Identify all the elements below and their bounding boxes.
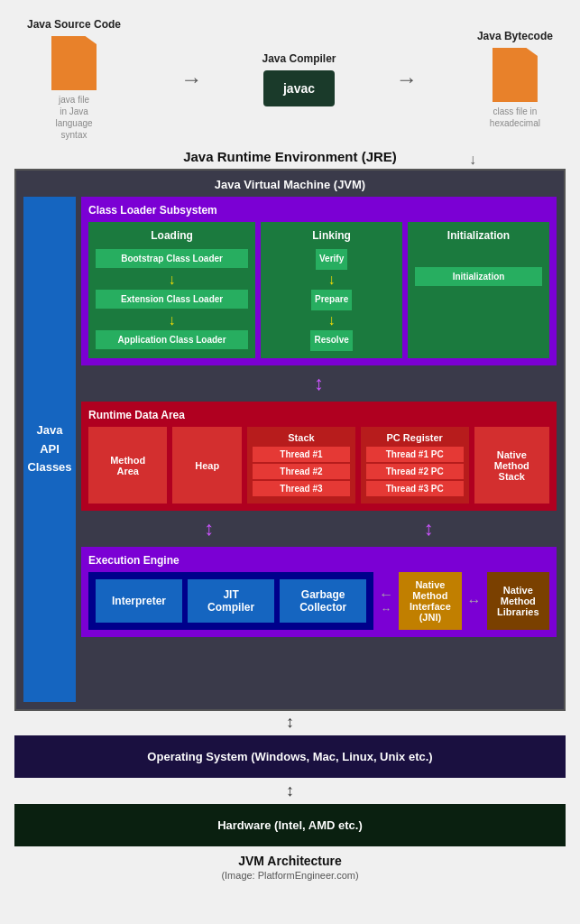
source-code-item: Java Source Code java filein Javalanguag…: [27, 18, 121, 141]
method-area: MethodArea: [88, 427, 167, 504]
heap-label: Heap: [195, 460, 219, 471]
bootstrap-loader: Bootstrap Class Loader: [96, 249, 248, 268]
compiler-box: javac: [263, 70, 335, 106]
init-title: Initialization: [447, 229, 510, 242]
execution-engine: Execution Engine Interpreter JITCompiler…: [81, 547, 557, 637]
init-box: Initialization: [415, 267, 542, 286]
jvm-box: Java Virtual Machine (JVM) JavaAPIClasse…: [14, 169, 566, 711]
gc-label: GarbageCollector: [299, 588, 346, 614]
bytecode-doc-icon: [493, 48, 538, 102]
extension-loader: Extension Class Loader: [96, 290, 248, 309]
exec-inner: Interpreter JITCompiler GarbageCollector…: [88, 572, 549, 630]
cls-linking: Linking Verify ↓ Prepare ↓ Resolve: [261, 222, 402, 358]
arrow-to-compiler: →: [180, 67, 202, 92]
arrow-exec-native2: ↔: [381, 603, 391, 615]
thread2-pc: Thread #2 PC: [366, 464, 464, 479]
os-section: Operating System (Windows, Mac, Linux, U…: [14, 735, 566, 778]
java-api-label: JavaAPIClasses: [27, 421, 71, 477]
caption-sub: (Image: PlatformEngineer.com): [9, 870, 571, 881]
thread3: Thread #3: [253, 481, 350, 496]
pc-title: PC Register: [366, 432, 464, 443]
exec-left-box: Interpreter JITCompiler GarbageCollector: [88, 572, 373, 630]
jit-label: JITCompiler: [207, 588, 254, 614]
stack-title: Stack: [253, 432, 350, 443]
compiler-title: Java Compiler: [262, 52, 336, 65]
source-code-title: Java Source Code: [27, 18, 121, 31]
jre-label: Java Runtime Environment (JRE): [183, 149, 397, 164]
garbage-collector: GarbageCollector: [280, 579, 366, 623]
cls-inner: Loading Bootstrap Class Loader ↓ Extensi…: [88, 222, 549, 358]
source-sublabel: java filein Javalanguagesyntax: [55, 94, 92, 141]
native-method-interface: NativeMethodInterface(JNI): [399, 572, 461, 630]
jvm-inner: JavaAPIClasses Class Loader Subsystem Lo…: [23, 197, 557, 702]
bytecode-item: Java Bytecode class file inhexadecimal: [477, 30, 553, 129]
cls-title: Class Loader Subsystem: [88, 204, 549, 217]
cls-loading: Loading Bootstrap Class Loader ↓ Extensi…: [88, 222, 255, 358]
compiler-item: Java Compiler javac: [262, 52, 336, 106]
arrow-rda-exec: ↕ ↕: [81, 517, 557, 541]
resolve-box: Resolve: [310, 330, 352, 351]
top-section: Java Source Code java filein Javalanguag…: [9, 9, 571, 145]
native-method-stack-label: NativeMethodStack: [494, 449, 529, 482]
arrow-left: ↕: [204, 517, 214, 541]
source-doc-icon: [51, 36, 97, 90]
loading-title: Loading: [151, 229, 193, 242]
arrow-right: ↕: [424, 517, 434, 541]
jit-compiler: JITCompiler: [188, 579, 274, 623]
arrow-os-hw: ↕: [9, 781, 571, 800]
arrow-jvm-os: ↕: [9, 713, 571, 732]
thread3-pc: Thread #3 PC: [366, 481, 464, 496]
native-method-libraries: NativeMethodLibraries: [487, 572, 549, 630]
jvm-main: Class Loader Subsystem Loading Bootstrap…: [81, 197, 557, 702]
java-api-sidebar: JavaAPIClasses: [23, 197, 76, 702]
arrow-cls-rda: ↕: [81, 372, 557, 395]
arrow-bootstrap-ext: ↓: [169, 272, 176, 288]
exec-title: Execution Engine: [88, 554, 549, 567]
arrow-prepare-resolve: ↓: [328, 312, 336, 328]
thread2: Thread #2: [253, 464, 350, 479]
arrow-exec-native: ←: [379, 587, 393, 603]
nmi-label: NativeMethodInterface(JNI): [410, 579, 451, 623]
arrow-ext-app: ↓: [169, 312, 176, 328]
runtime-data-area: Runtime Data Area MethodArea Heap Stack …: [81, 402, 557, 511]
thread1: Thread #1: [253, 447, 350, 462]
stack: Stack Thread #1 Thread #2 Thread #3: [247, 427, 355, 504]
jre-row: Java Runtime Environment (JRE) ↓: [9, 149, 571, 165]
jre-arrow: ↓: [469, 152, 476, 168]
bytecode-sublabel: class file inhexadecimal: [490, 106, 540, 129]
interpreter: Interpreter: [96, 579, 182, 623]
application-loader: Application Class Loader: [96, 330, 248, 349]
rda-inner: MethodArea Heap Stack Thread #1 Thread #…: [88, 427, 549, 504]
hw-section: Hardware (Intel, AMD etc.): [14, 804, 566, 846]
class-loader-subsystem: Class Loader Subsystem Loading Bootstrap…: [81, 197, 557, 365]
linking-title: Linking: [312, 229, 351, 242]
arrow-to-bytecode: →: [396, 67, 418, 92]
heap: Heap: [172, 427, 242, 504]
method-area-label: MethodArea: [110, 455, 145, 476]
rda-title: Runtime Data Area: [88, 409, 549, 421]
caption: JVM Architecture: [9, 854, 571, 868]
pc-register: PC Register Thread #1 PC Thread #2 PC Th…: [361, 427, 469, 504]
exec-native-arrows: ← ↔: [379, 572, 393, 630]
thread1-pc: Thread #1 PC: [366, 447, 464, 462]
native-method-stack: NativeMethodStack: [474, 427, 549, 504]
prepare-box: Prepare: [311, 290, 352, 310]
arrow-nmi-nml: ↔: [467, 572, 482, 630]
arrow-verify-prepare: ↓: [328, 272, 336, 288]
page: Java Source Code java filein Javalanguag…: [0, 0, 580, 890]
jvm-title: Java Virtual Machine (JVM): [23, 178, 557, 191]
exec-right-box: NativeMethodInterface(JNI) ↔ NativeMetho…: [399, 572, 549, 630]
cls-initialization: Initialization Initialization: [408, 222, 549, 358]
verify-box: Verify: [316, 249, 347, 270]
nml-label: NativeMethodLibraries: [497, 585, 539, 617]
bytecode-title: Java Bytecode: [477, 30, 553, 42]
